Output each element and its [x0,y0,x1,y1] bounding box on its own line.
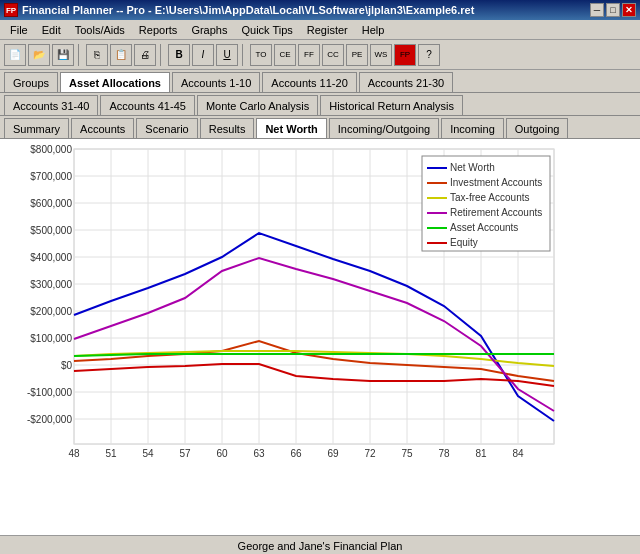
tb-t6[interactable]: WS [370,44,392,66]
minimize-button[interactable]: ─ [590,3,604,17]
tab-row-3: Summary Accounts Scenario Results Net Wo… [0,116,640,139]
tab-accounts-11-20[interactable]: Accounts 11-20 [262,72,356,92]
svg-text:60: 60 [216,448,228,459]
menu-help[interactable]: Help [356,23,391,37]
window-title: Financial Planner -- Pro - E:\Users\Jim\… [22,4,474,16]
tab-accounts-21-30[interactable]: Accounts 21-30 [359,72,453,92]
tb-copy[interactable]: ⎘ [86,44,108,66]
svg-text:Retirement Accounts: Retirement Accounts [450,207,542,218]
menu-register[interactable]: Register [301,23,354,37]
tb-help[interactable]: ? [418,44,440,66]
tb-t7[interactable]: FP [394,44,416,66]
tab-net-worth[interactable]: Net Worth [256,118,326,138]
svg-text:75: 75 [401,448,413,459]
title-bar: FP Financial Planner -- Pro - E:\Users\J… [0,0,640,20]
menu-quick-tips[interactable]: Quick Tips [235,23,298,37]
tb-sep3 [242,44,246,66]
svg-text:$100,000: $100,000 [30,333,72,344]
svg-text:$300,000: $300,000 [30,279,72,290]
menu-graphs[interactable]: Graphs [185,23,233,37]
tab-monte-carlo[interactable]: Monte Carlo Analysis [197,95,318,115]
tb-t1[interactable]: TO [250,44,272,66]
tab-summary[interactable]: Summary [4,118,69,138]
tb-t5[interactable]: PE [346,44,368,66]
tb-t4[interactable]: CC [322,44,344,66]
tb-t3[interactable]: FF [298,44,320,66]
svg-text:-$200,000: -$200,000 [27,414,72,425]
maximize-button[interactable]: □ [606,3,620,17]
tab-incoming-outgoing[interactable]: Incoming/Outgoing [329,118,439,138]
menu-reports[interactable]: Reports [133,23,184,37]
tab-accounts-31-40[interactable]: Accounts 31-40 [4,95,98,115]
svg-text:Asset Accounts: Asset Accounts [450,222,518,233]
svg-text:$0: $0 [61,360,73,371]
tb-i[interactable]: I [192,44,214,66]
svg-text:57: 57 [179,448,191,459]
tb-print[interactable]: 🖨 [134,44,156,66]
svg-text:-$100,000: -$100,000 [27,387,72,398]
svg-text:84: 84 [512,448,524,459]
menu-bar: File Edit Tools/Aids Reports Graphs Quic… [0,20,640,40]
svg-text:Investment Accounts: Investment Accounts [450,177,542,188]
tb-paste[interactable]: 📋 [110,44,132,66]
svg-text:78: 78 [438,448,450,459]
menu-file[interactable]: File [4,23,34,37]
tab-row-1: Groups Asset Allocations Accounts 1-10 A… [0,70,640,93]
tab-asset-allocations[interactable]: Asset Allocations [60,72,170,92]
svg-text:$600,000: $600,000 [30,198,72,209]
tb-open[interactable]: 📂 [28,44,50,66]
tb-save[interactable]: 💾 [52,44,74,66]
tb-new[interactable]: 📄 [4,44,26,66]
svg-text:51: 51 [105,448,117,459]
svg-text:$700,000: $700,000 [30,171,72,182]
svg-text:63: 63 [253,448,265,459]
svg-text:$800,000: $800,000 [30,144,72,155]
svg-text:$400,000: $400,000 [30,252,72,263]
tb-sep2 [160,44,164,66]
toolbar: 📄 📂 💾 ⎘ 📋 🖨 B I U TO CE FF CC PE WS FP ? [0,40,640,70]
tab-groups[interactable]: Groups [4,72,58,92]
tab-accounts-1-10[interactable]: Accounts 1-10 [172,72,260,92]
tab-results[interactable]: Results [200,118,255,138]
svg-text:72: 72 [364,448,376,459]
menu-edit[interactable]: Edit [36,23,67,37]
tb-u[interactable]: U [216,44,238,66]
tab-outgoing[interactable]: Outgoing [506,118,569,138]
chart-footer: George and Jane's Financial Plan Date: N… [0,535,640,554]
svg-text:54: 54 [142,448,154,459]
net-worth-chart: $800,000 $700,000 $600,000 $500,000 $400… [2,141,630,491]
tab-scenario[interactable]: Scenario [136,118,197,138]
tab-accounts[interactable]: Accounts [71,118,134,138]
svg-text:$500,000: $500,000 [30,225,72,236]
tab-accounts-41-45[interactable]: Accounts 41-45 [100,95,194,115]
app-icon: FP [4,3,18,17]
svg-text:Tax-free Accounts: Tax-free Accounts [450,192,529,203]
tb-b[interactable]: B [168,44,190,66]
svg-text:Net Worth: Net Worth [450,162,495,173]
tb-sep1 [78,44,82,66]
tab-historical-return[interactable]: Historical Return Analysis [320,95,463,115]
window-controls[interactable]: ─ □ ✕ [590,3,636,17]
svg-text:48: 48 [68,448,80,459]
svg-text:Equity: Equity [450,237,478,248]
tab-incoming[interactable]: Incoming [441,118,504,138]
svg-text:81: 81 [475,448,487,459]
tab-row-2: Accounts 31-40 Accounts 41-45 Monte Carl… [0,93,640,116]
svg-text:$200,000: $200,000 [30,306,72,317]
svg-text:66: 66 [290,448,302,459]
main-content: $800,000 $700,000 $600,000 $500,000 $400… [0,139,640,535]
close-button[interactable]: ✕ [622,3,636,17]
menu-tools[interactable]: Tools/Aids [69,23,131,37]
tb-t2[interactable]: CE [274,44,296,66]
svg-text:69: 69 [327,448,339,459]
footer-line1: George and Jane's Financial Plan [0,540,640,552]
